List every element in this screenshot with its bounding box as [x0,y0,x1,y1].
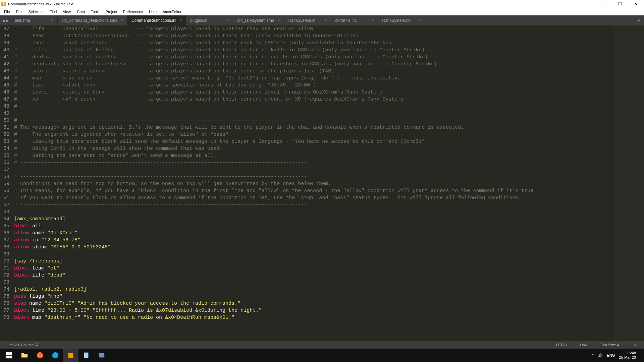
nav-back-icon[interactable]: ◀ [2,19,5,22]
system-tray: ˄ 🔊 ENG 15:48 25-Mar-20 [589,351,641,360]
svg-rect-7 [84,353,89,358]
svg-rect-1 [9,352,12,355]
svg-rect-2 [6,356,9,358]
tray-time: 15:48 [619,351,636,355]
taskbar-discord[interactable] [94,349,109,362]
tray-date: 25-Mar-20 [619,355,636,360]
status-encoding[interactable]: UTF-8 [553,343,570,347]
window-controls: — ☐ ✕ [600,1,643,6]
tab-commandrestrictions-ini[interactable]: CommandRestrictions.ini× [127,15,186,25]
tab-close-icon[interactable]: × [419,18,421,23]
svg-rect-6 [68,353,73,358]
tab-label: crx_command_restrictions.sma [62,18,117,23]
skype-icon [52,352,59,359]
tab-plugins-ini[interactable]: plugins.ini× [186,15,233,25]
status-position[interactable]: Line 29, Column 57 [3,343,42,347]
menu-item-file[interactable]: File [1,9,13,14]
window-title: CommandRestrictions.ini - Sublime Text [8,2,600,6]
taskbar-file-explorer[interactable] [17,349,32,362]
discord-icon [98,352,105,359]
tab-close-icon[interactable]: × [372,18,374,23]
taskbar-firefox[interactable] [32,349,48,362]
minimap[interactable] [614,25,644,341]
tray-language[interactable]: ENG [607,353,615,357]
tab-close-icon[interactable]: × [325,18,327,23]
tab-label: CommandRestrictions.ini [131,18,176,23]
svg-point-5 [52,352,58,358]
code-content[interactable]: # life <dead/alive> -- targets players b… [13,25,614,341]
menu-item-amxxeditor[interactable]: AmxxEditor [160,9,184,14]
tab-close-icon[interactable]: × [179,18,182,23]
app-icon: S [1,2,6,6]
show-desktop-button[interactable] [641,349,643,362]
status-syntax[interactable]: INI [629,343,641,347]
windows-icon [5,352,13,359]
status-tab-size[interactable]: Tab Size: 4 [598,343,623,347]
tab-label: crx_ranksystem.sma [237,18,274,23]
tab-label: RankSystem.txt [382,18,411,23]
firefox-icon [36,352,44,359]
menu-item-preferences[interactable]: Preferences [120,9,146,14]
minimize-button[interactable]: — [600,1,610,6]
tab-nav-arrows: ◀ ▶ [0,15,11,25]
title-bar: S CommandRestrictions.ini - Sublime Text… [0,0,644,8]
tray-chevron-icon[interactable]: ˄ [592,353,594,358]
svg-rect-8 [99,353,105,358]
windows-taskbar: ˄ 🔊 ENG 15:48 25-Mar-20 [0,349,644,362]
nav-forward-icon[interactable]: ▶ [6,19,9,22]
tab-test-sma[interactable]: test.sma× [11,15,58,25]
tab-crx-ranksystem-sma[interactable]: crx_ranksystem.sma× [233,15,284,25]
status-bar: Line 29, Column 57 UTF-8 Unix Tab Size: … [0,341,644,349]
tray-volume-icon[interactable]: 🔊 [598,353,603,358]
notepad-icon [83,352,90,359]
svg-point-4 [37,352,43,358]
close-button[interactable]: ✕ [631,1,641,6]
start-button[interactable] [1,349,17,362]
menu-item-edit[interactable]: Edit [13,9,25,14]
tab-label: test.sma [15,18,30,23]
tab-label: crxranks.inc [335,18,357,23]
menu-item-help[interactable]: Help [146,9,159,14]
tab-ranksystem-ini[interactable]: RankSystem.ini× [284,15,331,25]
tab-crxranks-inc[interactable]: crxranks.inc× [331,15,378,25]
status-line-endings[interactable]: Unix [577,343,591,347]
sublime-icon [67,352,74,359]
tab-ranksystem-txt[interactable]: RankSystem.txt× [378,15,425,25]
taskbar-notepad[interactable] [78,349,94,362]
menu-item-tools[interactable]: Tools [88,9,102,14]
tab-close-icon[interactable]: × [51,18,53,23]
tab-overflow-button[interactable]: ▼ [634,15,644,25]
tab-close-icon[interactable]: × [226,18,229,23]
tab-close-icon[interactable]: × [121,18,123,23]
tab-bar: ◀ ▶ test.sma×crx_command_restrictions.sm… [0,15,644,25]
tab-close-icon[interactable]: × [278,18,280,23]
svg-rect-0 [6,352,9,355]
menu-item-goto[interactable]: Goto [74,9,88,14]
line-number-gutter: 3738394041424344454647484950515253545556… [0,25,13,341]
tab-label: RankSystem.ini [288,18,316,23]
tab-label: plugins.ini [190,18,208,23]
editor-area[interactable]: 3738394041424344454647484950515253545556… [0,25,644,341]
tray-clock[interactable]: 15:48 25-Mar-20 [619,351,638,360]
taskbar-skype[interactable] [48,349,63,362]
menu-bar: FileEditSelectionFindViewGotoToolsProjec… [0,8,644,15]
maximize-button[interactable]: ☐ [615,1,625,6]
menu-item-find[interactable]: Find [47,9,59,14]
tab-crx-command-restrictions-sma[interactable]: crx_command_restrictions.sma× [58,15,127,25]
menu-item-project[interactable]: Project [103,9,120,14]
svg-rect-3 [9,356,12,358]
menu-item-selection[interactable]: Selection [26,9,46,14]
folder-icon [21,352,28,359]
taskbar-sublime[interactable] [63,349,78,362]
menu-item-view[interactable]: View [60,9,73,14]
